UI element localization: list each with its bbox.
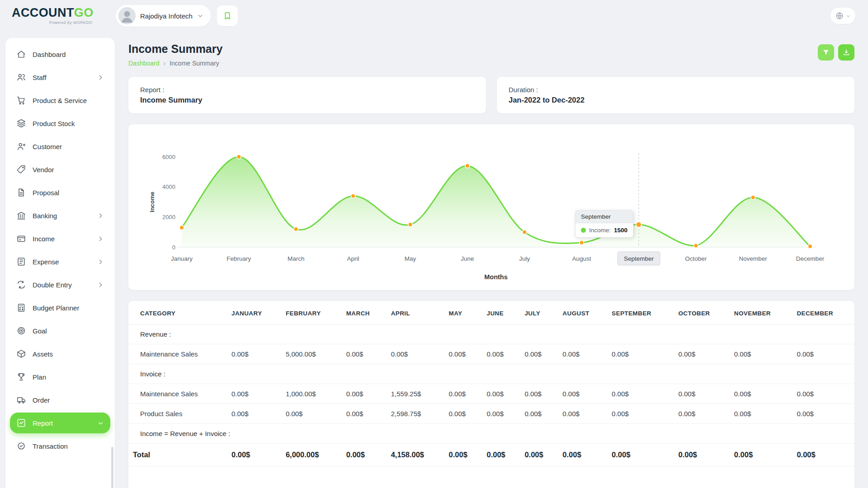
cell-value: 0.00$ [730, 444, 793, 466]
breadcrumb: Dashboard › Income Summary [128, 60, 222, 67]
chevron-down-icon [197, 13, 203, 19]
chevron-down-icon [97, 420, 104, 427]
sidebar-item-goal[interactable]: Goal [10, 320, 110, 341]
sidebar-item-label: Customer [33, 143, 62, 150]
income-area-chart[interactable]: 0200040006000IncomeJanuaryFebruaryMarchA… [143, 134, 840, 281]
chevron-right-icon [97, 282, 104, 288]
sidebar-item-transaction[interactable]: Transaction [10, 436, 110, 456]
sidebar-item-label: Report [33, 419, 53, 427]
sidebar-item-label: Dashboard [33, 51, 66, 58]
sidebar-item-report[interactable]: Report [10, 413, 110, 433]
breadcrumb-dashboard[interactable]: Dashboard [128, 60, 160, 67]
cell-value: 0.00$ [482, 384, 520, 404]
cell-value: 0.00$ [674, 344, 729, 364]
table-row: Product Sales0.00$0.00$0.00$2,598.75$0.0… [128, 404, 854, 424]
download-button[interactable] [838, 44, 854, 61]
sidebar-item-product-stock[interactable]: Product Stock [10, 113, 110, 134]
cell-value: 0.00$ [674, 404, 729, 424]
page-title: Income Summary [128, 42, 222, 56]
sidebar-item-label: Banking [33, 212, 57, 220]
cell-value: 0.00$ [281, 404, 342, 424]
svg-text:4000: 4000 [162, 183, 175, 190]
report-value: Income Summary [140, 96, 474, 104]
double-entry-icon [16, 280, 26, 290]
cell-value: 0.00$ [558, 444, 607, 466]
svg-text:0: 0 [172, 244, 175, 251]
table-header-row: CATEGORYJANUARYFEBRUARYMARCHAPRILMAYJUNE… [128, 303, 854, 324]
sidebar-item-label: Product & Service [33, 97, 87, 104]
sidebar-item-customer[interactable]: Customer [10, 136, 110, 157]
cell-value: 0.00$ [792, 344, 854, 364]
column-header-july: JULY [520, 303, 558, 324]
cell-value: 0.00$ [227, 384, 281, 404]
duration-label: Duration : [509, 86, 843, 94]
sidebar-item-budget-planner[interactable]: Budget Planner [10, 297, 110, 318]
sidebar-item-proposal[interactable]: Proposal [10, 182, 110, 203]
product-stock-icon [16, 118, 26, 128]
page-actions [818, 44, 854, 61]
sidebar-item-income[interactable]: Income [10, 228, 110, 249]
page-header: Income Summary Dashboard › Income Summar… [128, 42, 854, 67]
bookmark-button[interactable] [217, 5, 238, 26]
cell-value: 0.00$ [444, 344, 482, 364]
sidebar-item-label: Vendor [33, 166, 54, 174]
column-header-march: MARCH [342, 303, 387, 324]
duration-value: Jan-2022 to Dec-2022 [509, 96, 843, 104]
tooltip-label: Income: [589, 227, 611, 234]
sidebar-item-dashboard[interactable]: Dashboard [10, 44, 110, 65]
sidebar-item-expense[interactable]: Expense [10, 251, 110, 272]
sidebar-item-staff[interactable]: Staff [10, 67, 110, 88]
cell-value: 5,000.00$ [281, 344, 342, 364]
svg-text:February: February [226, 255, 251, 262]
column-header-january: JANUARY [227, 303, 281, 324]
income-chart: 0200040006000IncomeJanuaryFebruaryMarchA… [143, 134, 840, 281]
sidebar-scrollbar[interactable] [111, 447, 113, 488]
cell-value: 0.00$ [730, 384, 793, 404]
sidebar-item-product-service[interactable]: Product & Service [10, 90, 110, 111]
tooltip-value: 1500 [614, 227, 627, 234]
cell-value: 0.00$ [227, 444, 281, 466]
svg-text:January: January [171, 255, 193, 262]
sidebar-item-label: Transaction [33, 442, 68, 450]
cell-value: 0.00$ [520, 384, 558, 404]
sidebar: DashboardStaffProduct & ServiceProduct S… [5, 38, 115, 488]
cell-value: 0.00$ [342, 404, 387, 424]
company-selector[interactable]: Rajodiya Infotech [116, 5, 211, 27]
cell-value: 4,158.00$ [387, 444, 444, 466]
column-header-october: OCTOBER [674, 303, 729, 324]
filter-icon [822, 48, 830, 56]
language-selector[interactable] [830, 8, 855, 24]
sidebar-item-plan[interactable]: Plan [10, 366, 110, 387]
brand-secondary: GO [74, 6, 94, 19]
cell-value: 0.00$ [520, 444, 558, 466]
column-header-august: AUGUST [558, 303, 607, 324]
cell-value: 0.00$ [607, 384, 674, 404]
row-label: Maintenance Sales [128, 384, 227, 404]
sidebar-item-vendor[interactable]: Vendor [10, 159, 110, 180]
sidebar-item-label: Order [33, 396, 50, 404]
column-header-may: MAY [444, 303, 482, 324]
report-label: Report : [140, 86, 474, 94]
cell-value: 0.00$ [558, 384, 607, 404]
goal-icon [16, 326, 26, 336]
sidebar-item-double-entry[interactable]: Double Entry [10, 274, 110, 295]
chevron-right-icon [97, 235, 104, 242]
cell-value: 0.00$ [444, 384, 482, 404]
proposal-icon [16, 188, 26, 197]
topbar: ACCOUNTGO Powered by WORKDO Rajodiya Inf… [0, 0, 868, 32]
sidebar-item-order[interactable]: Order [10, 389, 110, 410]
filter-button[interactable] [818, 44, 834, 61]
product-service-icon [16, 95, 26, 105]
sidebar-item-assets[interactable]: Assets [10, 343, 110, 364]
bookmark-icon [222, 11, 232, 21]
svg-text:2000: 2000 [162, 214, 175, 221]
svg-text:December: December [796, 255, 825, 262]
company-avatar [118, 7, 136, 24]
brand-logo[interactable]: ACCOUNTGO Powered by WORKDO [12, 7, 116, 25]
sidebar-item-banking[interactable]: Banking [10, 205, 110, 226]
duration-card: Duration : Jan-2022 to Dec-2022 [497, 77, 854, 113]
vendor-icon [16, 164, 26, 174]
column-header-category: CATEGORY [128, 303, 227, 324]
breadcrumb-separator-icon: › [164, 60, 166, 67]
brand-powered-by: Powered by WORKDO [12, 20, 92, 25]
